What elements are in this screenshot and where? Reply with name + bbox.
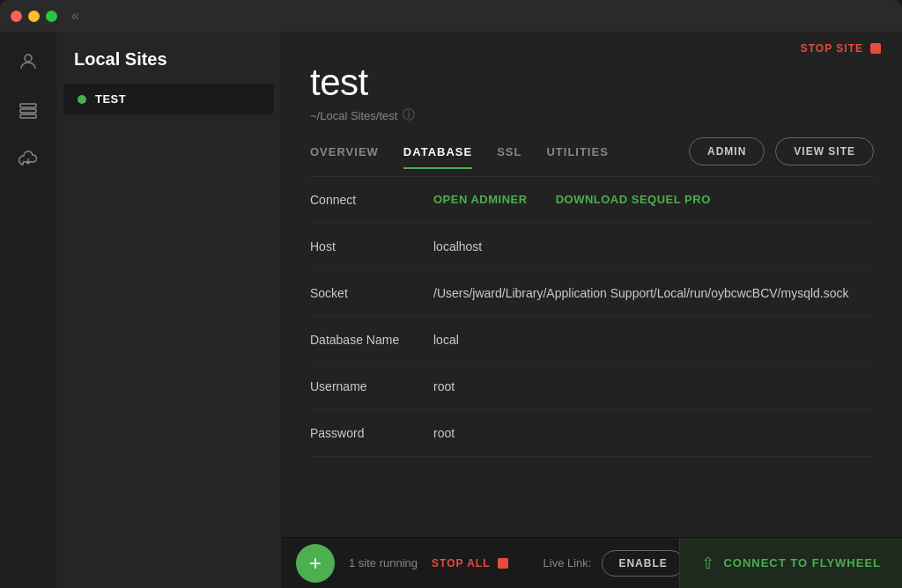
tab-ssl[interactable]: SSL xyxy=(497,145,521,169)
live-link-label: Live Link: xyxy=(543,556,592,570)
svg-rect-1 xyxy=(20,104,36,107)
svg-rect-2 xyxy=(20,109,36,113)
site-status-text: 1 site running xyxy=(349,556,418,570)
svg-point-0 xyxy=(25,55,32,62)
cloud-icon[interactable] xyxy=(12,144,44,176)
table-row: Host localhost xyxy=(310,224,874,270)
stop-site-label: STOP SITE xyxy=(801,42,863,55)
main-content: STOP SITE test ~/Local Sites/test ⓘ OVER… xyxy=(282,32,902,588)
stop-site-icon xyxy=(870,43,881,54)
path-info-icon[interactable]: ⓘ xyxy=(403,107,415,123)
tab-actions: ADMIN VIEW SITE xyxy=(689,137,874,165)
layers-icon[interactable] xyxy=(12,95,44,127)
tabs-list: OVERVIEW DATABASE SSL UTILITIES xyxy=(310,145,689,169)
db-value-dbname: local xyxy=(433,333,874,347)
icon-rail xyxy=(0,32,56,588)
sidebar: Local Sites TEST xyxy=(56,32,282,588)
tabs-row: OVERVIEW DATABASE SSL UTILITIES ADMIN VI… xyxy=(282,123,902,176)
add-icon: + xyxy=(309,551,322,576)
svg-rect-3 xyxy=(20,114,36,118)
enable-button[interactable]: ENABLE xyxy=(602,550,684,577)
db-label-socket: Socket xyxy=(310,286,433,300)
download-sequel-link[interactable]: DOWNLOAD SEQUEL PRO xyxy=(556,193,711,206)
flywheel-icon: ⇧ xyxy=(701,554,714,573)
stop-all-icon xyxy=(498,558,508,569)
top-bar: STOP SITE xyxy=(282,32,902,55)
site-status-dot xyxy=(78,95,86,104)
db-label-connect: Connect xyxy=(310,193,433,207)
tab-overview[interactable]: OVERVIEW xyxy=(310,145,379,169)
db-value-connect: OPEN ADMINER DOWNLOAD SEQUEL PRO xyxy=(433,193,874,206)
table-row: Socket /Users/jward/Library/Application … xyxy=(310,270,874,317)
db-value-host: localhost xyxy=(433,239,874,254)
profile-icon[interactable] xyxy=(12,46,44,77)
site-name: TEST xyxy=(95,92,126,106)
site-path-text: ~/Local Sites/test xyxy=(310,109,397,122)
maximize-button[interactable] xyxy=(46,11,57,22)
database-table: Connect OPEN ADMINER DOWNLOAD SEQUEL PRO… xyxy=(282,177,902,537)
collapse-icon[interactable]: « xyxy=(71,8,79,24)
open-adminer-link[interactable]: OPEN ADMINER xyxy=(433,193,528,206)
tab-database[interactable]: DATABASE xyxy=(403,145,472,169)
view-site-button[interactable]: VIEW SITE xyxy=(775,137,874,165)
db-value-password: root xyxy=(433,426,874,440)
admin-button[interactable]: ADMIN xyxy=(689,137,765,165)
table-row: Username root xyxy=(310,364,874,410)
traffic-lights xyxy=(11,11,57,22)
live-link-group: Live Link: ENABLE xyxy=(543,550,684,577)
db-value-username: root xyxy=(433,379,874,393)
tab-utilities[interactable]: UTILITIES xyxy=(546,145,608,169)
db-label-username: Username xyxy=(310,379,433,393)
db-label-host: Host xyxy=(310,239,433,254)
table-row: Password root xyxy=(310,410,874,457)
db-label-dbname: Database Name xyxy=(310,333,433,347)
flywheel-label: CONNECT TO FLYWHEEL xyxy=(723,556,881,570)
site-title: test xyxy=(310,62,874,104)
stop-site-button[interactable]: STOP SITE xyxy=(801,42,881,55)
site-path: ~/Local Sites/test ⓘ xyxy=(310,107,874,123)
table-row: Connect OPEN ADMINER DOWNLOAD SEQUEL PRO xyxy=(310,177,874,224)
close-button[interactable] xyxy=(11,11,22,22)
site-title-area: test ~/Local Sites/test ⓘ xyxy=(282,55,902,123)
db-value-socket: /Users/jward/Library/Application Support… xyxy=(433,286,874,300)
db-label-password: Password xyxy=(310,426,433,440)
table-row: Database Name local xyxy=(310,317,874,364)
bottom-bar: + 1 site running STOP ALL Live Link: ENA… xyxy=(282,537,902,588)
titlebar: « xyxy=(0,0,902,32)
app-body: Local Sites TEST STOP SITE test ~/Local … xyxy=(0,32,902,588)
sidebar-title: Local Sites xyxy=(56,32,281,84)
flywheel-button[interactable]: ⇧ CONNECT TO FLYWHEEL xyxy=(679,538,902,588)
stop-all-group: STOP ALL xyxy=(432,557,507,570)
site-item-test[interactable]: TEST xyxy=(63,84,274,114)
minimize-button[interactable] xyxy=(28,11,40,22)
add-site-button[interactable]: + xyxy=(296,544,335,583)
stop-all-button[interactable]: STOP ALL xyxy=(432,557,490,570)
